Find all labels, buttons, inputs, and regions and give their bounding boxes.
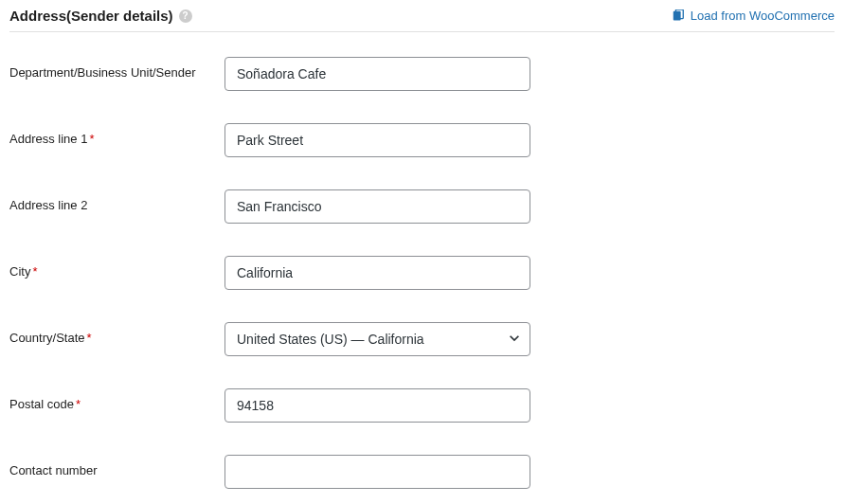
field-row-address-line-1: Address line 1*	[9, 123, 835, 157]
field-row-city: City*	[9, 256, 835, 290]
field-row-address-line-2: Address line 2	[9, 189, 835, 224]
address-line-2-control	[224, 189, 530, 224]
field-row-country-state: Country/State* United States (US) — Cali…	[9, 322, 835, 356]
required-asterisk: *	[32, 264, 37, 279]
postal-code-input[interactable]	[224, 388, 530, 423]
load-link-label: Load from WooCommerce	[691, 9, 835, 23]
required-asterisk: *	[87, 331, 92, 345]
address-line-1-control	[224, 123, 530, 157]
city-control	[224, 256, 530, 290]
address-line-2-input[interactable]	[224, 189, 530, 224]
city-label: City*	[9, 256, 224, 280]
country-state-select-wrap: United States (US) — California	[224, 322, 530, 356]
section-title-text: Address(Sender details)	[9, 8, 173, 24]
country-state-select[interactable]: United States (US) — California	[224, 322, 530, 356]
label-text: Postal code	[9, 397, 74, 411]
department-input[interactable]	[224, 57, 530, 91]
help-icon[interactable]: ?	[179, 9, 192, 23]
country-state-label: Country/State*	[9, 322, 224, 347]
contact-number-control	[224, 455, 530, 489]
label-text: City	[9, 264, 30, 279]
address-line-1-label: Address line 1*	[9, 123, 224, 148]
section-header: Address(Sender details) ? Load from WooC…	[9, 8, 835, 32]
required-asterisk: *	[89, 132, 94, 146]
section-title: Address(Sender details) ?	[9, 8, 192, 24]
label-text: Address line 2	[9, 198, 87, 212]
department-control	[224, 57, 530, 91]
field-row-postal-code: Postal code*	[9, 388, 835, 423]
label-text: Department/Business Unit/Sender	[9, 65, 196, 80]
address-line-1-input[interactable]	[224, 123, 530, 157]
postal-code-control	[224, 388, 530, 423]
address-line-2-label: Address line 2	[9, 189, 224, 214]
required-asterisk: *	[76, 397, 81, 411]
label-text: Contact number	[9, 463, 98, 477]
label-text: Address line 1	[9, 132, 87, 146]
copy-icon	[672, 9, 685, 23]
field-row-contact-number: Contact number	[9, 455, 835, 489]
field-row-department: Department/Business Unit/Sender	[9, 57, 835, 91]
city-input[interactable]	[224, 256, 530, 290]
load-from-woocommerce-link[interactable]: Load from WooCommerce	[672, 9, 835, 23]
department-label: Department/Business Unit/Sender	[9, 57, 224, 81]
contact-number-label: Contact number	[9, 455, 224, 479]
postal-code-label: Postal code*	[9, 388, 224, 413]
country-state-control: United States (US) — California	[224, 322, 530, 356]
label-text: Country/State	[9, 331, 85, 345]
contact-number-input[interactable]	[224, 455, 530, 489]
